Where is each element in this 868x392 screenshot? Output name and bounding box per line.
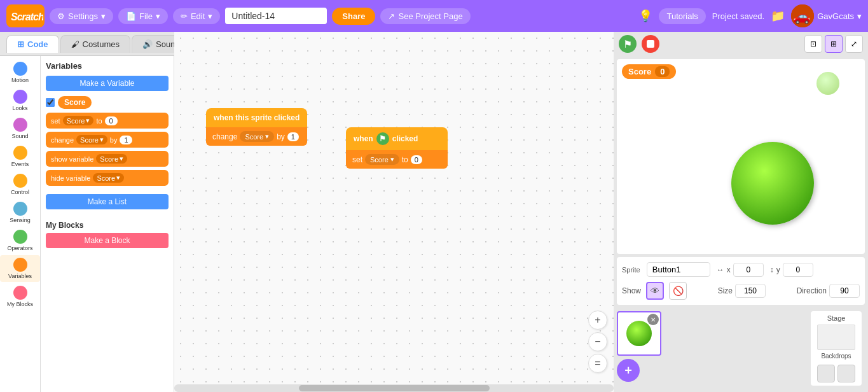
block-set-variable[interactable]: set Score ▾ to 0: [46, 113, 169, 129]
category-operators-label: Operators: [7, 245, 32, 251]
small-stage-button[interactable]: ⊡: [804, 35, 822, 53]
size-group: Size: [718, 284, 766, 298]
green-flag-button[interactable]: ⚑: [619, 35, 637, 53]
category-looks[interactable]: Looks: [0, 87, 40, 114]
score-var-inline-1[interactable]: Score ▾: [240, 131, 274, 142]
y-input[interactable]: [783, 263, 813, 277]
block-group-flag-clicked[interactable]: when ⚑ clicked set Score ▾ to 0: [346, 127, 448, 169]
settings-button[interactable]: ⚙ Settings ▾: [50, 8, 113, 24]
x-input[interactable]: [733, 263, 764, 277]
variable-score-checkbox[interactable]: [46, 98, 55, 107]
sprite-thumb-image: [626, 321, 652, 346]
block-show-variable[interactable]: show variable Score ▾: [46, 151, 169, 167]
zoom-reset-button[interactable]: =: [588, 354, 607, 373]
score-value: 0: [655, 66, 670, 77]
backdrops-label: Backdrops: [821, 353, 851, 360]
green-ball-sprite[interactable]: [731, 142, 814, 225]
make-list-button[interactable]: Make a List: [46, 194, 169, 209]
tutorials-button[interactable]: Tutorials: [659, 8, 705, 24]
zoom-in-button[interactable]: +: [588, 311, 607, 330]
chevron-down-icon: ▾: [101, 11, 106, 21]
make-block-button[interactable]: Make a Block: [46, 233, 169, 248]
zoom-out-button[interactable]: −: [588, 332, 607, 351]
category-variables[interactable]: Variables: [0, 255, 40, 282]
see-project-button[interactable]: ↗ See Project Page: [380, 8, 470, 24]
share-button[interactable]: Share: [332, 8, 375, 25]
set-value-input[interactable]: 0: [105, 116, 118, 125]
add-sprite-icon[interactable]: +: [617, 359, 640, 382]
variable-score-row: Score: [46, 96, 169, 109]
main-content: ⊞ Code 🖌 Costumes 🔊 Sounds Motion: [0, 32, 868, 392]
scratch-logo[interactable]: Scratch: [6, 4, 45, 27]
edit-button[interactable]: ✏ Edit ▾: [173, 8, 220, 24]
add-sprite-button[interactable]: +: [617, 359, 808, 382]
stage-thumbnail[interactable]: [817, 325, 855, 350]
fullscreen-button[interactable]: ⤢: [845, 35, 863, 53]
y-coord-group: ↕ y: [770, 263, 813, 277]
inline-dropdown-1[interactable]: ▾: [265, 132, 269, 141]
score-var-inline-2[interactable]: Score ▾: [365, 154, 399, 165]
score-dropdown-2[interactable]: Score ▾: [76, 135, 107, 144]
file-button[interactable]: 📄 File ▾: [118, 8, 168, 24]
to-text-2: to: [402, 155, 408, 164]
view-controls: ⊡ ⊞ ⤢: [804, 35, 863, 53]
sprite-list: ✕ +: [617, 311, 808, 389]
backdrop-thumb-1[interactable]: [817, 365, 835, 382]
hide-eye-button[interactable]: 🚫: [669, 282, 687, 300]
scrollbar-thumb[interactable]: [299, 385, 490, 391]
block-change-variable[interactable]: change Score ▾ by 1: [46, 132, 169, 148]
inline-dropdown-2[interactable]: ▾: [390, 155, 394, 164]
category-events[interactable]: Events: [0, 143, 40, 170]
tab-code[interactable]: ⊞ Code: [6, 35, 59, 53]
score-dropdown-4[interactable]: Score ▾: [93, 173, 124, 183]
dropdown-arrow-1: ▾: [86, 116, 90, 125]
sprite-name-input[interactable]: [647, 262, 710, 277]
sprite-thumb-button1[interactable]: ✕: [617, 311, 661, 356]
change-val-1[interactable]: 1: [287, 132, 299, 141]
make-variable-button[interactable]: Make a Variable: [46, 76, 169, 91]
backdrop-thumb-2[interactable]: [837, 365, 855, 382]
left-panel: ⊞ Code 🖌 Costumes 🔊 Sounds Motion: [0, 32, 174, 392]
category-operators[interactable]: Operators: [0, 227, 40, 254]
canvas-scrollbar[interactable]: [174, 384, 614, 392]
category-sound[interactable]: Sound: [0, 115, 40, 142]
block-when-sprite-clicked[interactable]: when this sprite clicked: [206, 108, 307, 127]
block-hide-variable[interactable]: hide variable Score ▾: [46, 170, 169, 186]
block-change-score-1[interactable]: change Score ▾ by 1: [206, 127, 307, 146]
block-group-sprite-clicked[interactable]: when this sprite clicked change Score ▾ …: [206, 108, 307, 146]
svg-text:🚗: 🚗: [793, 8, 811, 25]
see-project-label: See Project Page: [398, 11, 462, 21]
stop-button[interactable]: [642, 35, 659, 53]
category-sound-label: Sound: [11, 133, 28, 139]
stage-section-label: Stage: [827, 314, 846, 322]
block-when-flag-clicked[interactable]: when ⚑ clicked: [346, 127, 448, 150]
sprite-delete-button[interactable]: ✕: [647, 314, 659, 325]
stage-header: ⚑ ⊡ ⊞ ⤢: [614, 32, 868, 56]
flag-icon-canvas: ⚑: [376, 132, 389, 145]
category-my-blocks[interactable]: My Blocks: [0, 283, 40, 310]
direction-input[interactable]: [829, 284, 860, 298]
by-label: by: [110, 136, 118, 144]
large-stage-button[interactable]: ⊞: [825, 35, 843, 53]
username-label: GavGcats: [817, 11, 854, 21]
set-val-2[interactable]: 0: [411, 155, 422, 164]
score-dropdown-1[interactable]: Score ▾: [63, 116, 94, 125]
dropdown-arrow-4: ▾: [116, 174, 120, 182]
category-motion[interactable]: Motion: [0, 59, 40, 86]
dropdown-arrow-2: ▾: [100, 136, 104, 144]
category-control[interactable]: Control: [0, 171, 40, 198]
my-blocks-section-title: My Blocks: [46, 221, 169, 230]
small-ball: [816, 72, 839, 95]
show-eye-button[interactable]: 👁: [646, 282, 664, 300]
project-title-input[interactable]: [225, 8, 327, 24]
sprite-list-area: ✕ + Stage Backdrops: [614, 308, 868, 392]
category-sensing[interactable]: Sensing: [0, 199, 40, 226]
user-menu[interactable]: 🚗 GavGcats ▾: [791, 4, 862, 27]
lightbulb-icon: 💡: [638, 9, 652, 23]
size-input[interactable]: [735, 284, 766, 298]
change-value-input[interactable]: 1: [120, 136, 132, 144]
block-set-score-0[interactable]: set Score ▾ to 0: [346, 150, 448, 169]
variable-score-pill[interactable]: Score: [58, 96, 92, 109]
tab-costumes[interactable]: 🖌 Costumes: [60, 35, 131, 53]
score-dropdown-3[interactable]: Score ▾: [96, 154, 127, 164]
